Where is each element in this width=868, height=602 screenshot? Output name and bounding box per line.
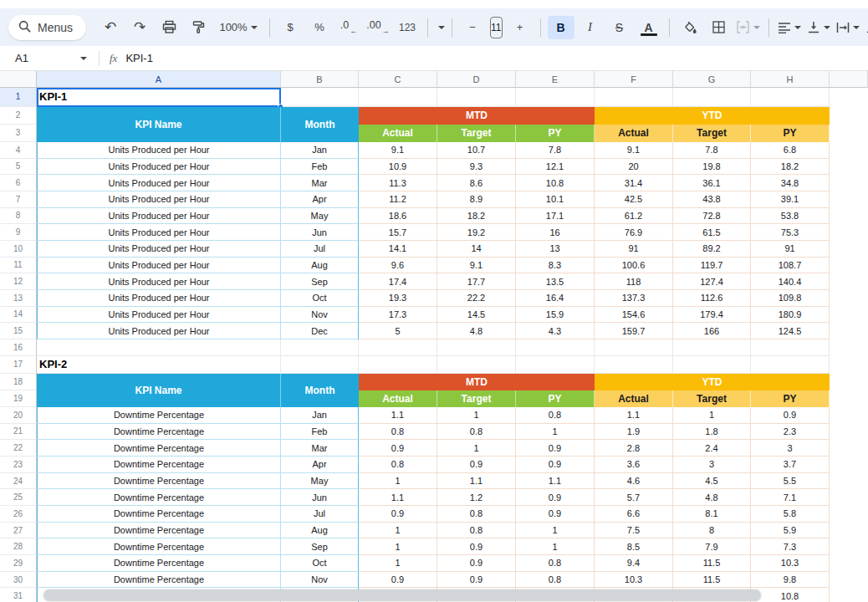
cell[interactable]: 10.7 [437, 142, 516, 159]
cell[interactable]: 119.7 [673, 258, 751, 274]
row-number-23[interactable]: 23 [0, 457, 37, 473]
mtd-sub-header[interactable]: Actual [359, 390, 437, 407]
cell[interactable]: 18.2 [751, 159, 830, 176]
decrease-decimal-button[interactable]: .0← [335, 16, 362, 39]
cell[interactable]: 1.1 [359, 489, 437, 506]
cell[interactable]: 43.8 [673, 191, 751, 208]
cell[interactable]: 0.9 [751, 407, 830, 424]
cell[interactable]: 11.2 [359, 191, 437, 208]
cell[interactable]: 112.6 [673, 290, 751, 307]
cell[interactable]: 179.4 [673, 307, 751, 324]
redo-button[interactable]: ↷ [126, 16, 153, 39]
cell[interactable]: 89.2 [673, 241, 751, 258]
cell[interactable] [516, 356, 595, 374]
cell[interactable]: Dec [281, 323, 359, 339]
cell[interactable]: Jul [281, 506, 359, 523]
cell[interactable]: 75.3 [751, 224, 830, 241]
column-header-C[interactable]: C [359, 71, 437, 88]
cell[interactable]: 36.1 [673, 175, 751, 191]
cell[interactable]: 61.2 [595, 208, 673, 225]
cell[interactable]: 11.3 [359, 175, 437, 191]
cell[interactable]: 5.9 [751, 523, 830, 539]
cell[interactable]: Downtime Percentage [37, 538, 281, 555]
cell[interactable]: Units Produced per Hour [37, 290, 281, 307]
cell[interactable]: 124.5 [751, 323, 830, 339]
horizontal-scrollbar[interactable] [43, 589, 761, 601]
cell[interactable]: 17.7 [437, 273, 516, 290]
cell[interactable]: 4.6 [595, 473, 673, 490]
ytd-sub-header[interactable]: PY [751, 125, 830, 143]
borders-button[interactable] [706, 16, 733, 39]
cell[interactable]: 118 [595, 273, 673, 290]
cell[interactable]: 3.7 [751, 457, 830, 473]
cell[interactable]: Mar [281, 175, 359, 191]
cell[interactable] [281, 339, 359, 356]
ytd-header[interactable]: YTD [595, 107, 830, 125]
cell[interactable]: 2.8 [595, 440, 673, 457]
ytd-sub-header[interactable]: Target [673, 390, 751, 407]
cell[interactable]: Jul [281, 241, 359, 258]
mtd-sub-header[interactable]: Actual [359, 125, 437, 143]
cell[interactable]: 1 [437, 407, 516, 424]
select-all-corner[interactable] [0, 71, 37, 88]
cell[interactable]: 1.8 [673, 424, 751, 441]
cell[interactable]: 1 [437, 440, 516, 457]
cell[interactable]: 19.3 [359, 290, 437, 307]
cell[interactable]: 11.5 [673, 555, 751, 572]
row-number-16[interactable]: 16 [0, 339, 37, 356]
cell[interactable]: 0.8 [437, 523, 516, 539]
cell[interactable]: 0.9 [516, 440, 595, 457]
cell[interactable]: Downtime Percentage [37, 424, 281, 441]
cell[interactable]: Downtime Percentage [37, 523, 281, 539]
cell[interactable]: Units Produced per Hour [37, 258, 281, 274]
row-number-29[interactable]: 29 [0, 555, 37, 572]
cell[interactable]: KPI-1 [37, 88, 281, 107]
italic-button[interactable]: I [577, 16, 604, 39]
cell[interactable]: 0.8 [516, 555, 595, 572]
ytd-sub-header[interactable]: PY [751, 390, 830, 407]
cell[interactable]: 14.5 [437, 307, 516, 324]
mtd-sub-header[interactable]: PY [516, 390, 595, 407]
column-header-A[interactable]: A [37, 71, 281, 88]
cell[interactable]: Units Produced per Hour [37, 159, 281, 176]
text-color-button[interactable]: A [636, 16, 662, 39]
cell[interactable]: Downtime Percentage [37, 489, 281, 506]
row-number-26[interactable]: 26 [0, 506, 37, 523]
row-number-20[interactable]: 20 [0, 407, 37, 424]
cell[interactable]: 42.5 [595, 191, 673, 208]
cell[interactable]: 5.7 [595, 489, 673, 506]
cell[interactable]: Sep [281, 538, 359, 555]
mtd-sub-header[interactable]: Target [437, 125, 516, 143]
cell[interactable] [673, 88, 751, 107]
row-number-15[interactable]: 15 [0, 323, 37, 339]
cell[interactable] [595, 339, 673, 356]
cell[interactable] [37, 339, 281, 356]
cell[interactable]: 17.1 [516, 208, 595, 225]
cell[interactable]: 1.1 [516, 473, 595, 490]
cell[interactable]: 9.6 [359, 258, 437, 274]
cell[interactable]: Units Produced per Hour [37, 175, 281, 191]
cell[interactable] [359, 356, 437, 374]
row-number-1[interactable]: 1 [0, 88, 37, 107]
cell[interactable]: Units Produced per Hour [37, 191, 281, 208]
cell[interactable]: 4.5 [673, 473, 751, 490]
cell[interactable]: 17.4 [359, 273, 437, 290]
ytd-sub-header[interactable]: Actual [595, 125, 673, 143]
kpi-name-header[interactable]: KPI Name [37, 374, 281, 408]
cell[interactable]: 180.9 [751, 307, 830, 324]
print-button[interactable] [156, 16, 182, 39]
cell[interactable] [673, 339, 751, 356]
cell[interactable]: 17.3 [359, 307, 437, 324]
cell[interactable]: 14 [437, 241, 516, 258]
cell[interactable]: 18.2 [437, 208, 516, 225]
row-number-2[interactable]: 2 [0, 107, 37, 125]
cell[interactable]: Apr [281, 457, 359, 473]
row-number-9[interactable]: 9 [0, 224, 37, 241]
cell[interactable]: Mar [281, 440, 359, 457]
cell[interactable]: 4.8 [673, 489, 751, 506]
cell[interactable]: Aug [281, 258, 359, 274]
ytd-header[interactable]: YTD [595, 374, 830, 391]
cell[interactable]: 12.1 [516, 159, 595, 176]
cell[interactable]: 7.3 [751, 538, 830, 555]
cell[interactable]: 8.6 [437, 175, 516, 191]
